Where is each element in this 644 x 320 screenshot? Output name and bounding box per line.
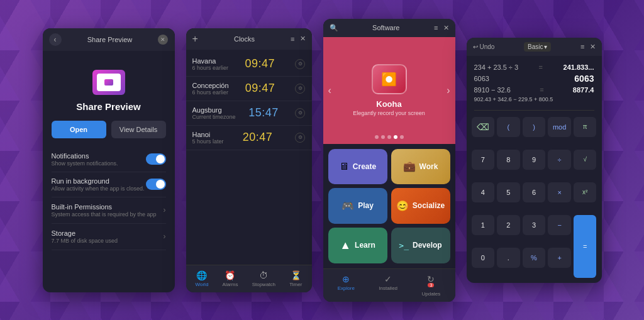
share-title-bar: ‹ Share Preview ✕ (43, 28, 175, 51)
carousel-dots (375, 135, 404, 139)
havana-settings-icon[interactable]: ⚙ (295, 59, 305, 69)
nav-alarms[interactable]: ⏰ Alarms (223, 270, 238, 287)
key-6[interactable]: 6 (523, 182, 546, 202)
nav-alarms-label: Alarms (223, 282, 238, 287)
key-9[interactable]: 9 (523, 150, 546, 170)
grid-item-work[interactable]: 💼 Work (391, 149, 450, 185)
havana-time: 09:47 (245, 57, 275, 70)
key-sqrt[interactable]: √ (574, 150, 597, 170)
dot-3 (387, 135, 391, 139)
nav-updates-label: Updates (421, 291, 440, 297)
calc-close-button[interactable]: ✕ (590, 43, 596, 51)
nav-explore[interactable]: ⊕ Explore (338, 274, 355, 297)
key-7[interactable]: 7 (472, 150, 495, 170)
nav-stopwatch-label: Stopwatch (252, 282, 275, 287)
nav-timer[interactable]: ⏳ Timer (289, 270, 302, 287)
grid-item-socialize[interactable]: 😊 Socialize (391, 188, 450, 224)
permissions-text: Built-in Permissions System access that … (52, 203, 157, 218)
key-equals[interactable]: = (574, 215, 597, 278)
search-icon[interactable]: 🔍 (330, 24, 338, 32)
key-0[interactable]: 0 (472, 248, 495, 268)
storage-setting[interactable]: Storage 7.7 MB of disk space used › (52, 224, 166, 250)
hanoi-name: Hanoi (192, 131, 224, 138)
view-details-button[interactable]: View Details (111, 121, 166, 138)
key-square[interactable]: x² (574, 182, 597, 202)
key-close-paren[interactable]: ) (523, 117, 546, 137)
key-4[interactable]: 4 (472, 182, 495, 202)
key-divide[interactable]: ÷ (548, 150, 571, 170)
add-clock-button[interactable]: + (192, 33, 198, 45)
carousel-next-button[interactable]: › (447, 85, 450, 96)
key-3[interactable]: 3 (523, 215, 546, 235)
software-menu-button[interactable]: ≡ (434, 24, 438, 32)
share-title: Share Preview (87, 36, 133, 43)
software-title: Software (372, 24, 399, 31)
expr-1-eq: = (539, 63, 543, 71)
key-plus[interactable]: + (548, 248, 571, 268)
back-button[interactable]: ‹ (49, 33, 62, 46)
timer-icon: ⏳ (291, 270, 301, 280)
concepcion-settings-icon[interactable]: ⚙ (295, 84, 305, 94)
clock-item-concepcion: Concepción 6 hours earlier 09:47 ⚙ (186, 77, 312, 101)
calc-keypad: ⌫ ( ) mod π 7 8 9 ÷ √ 4 5 6 × x² 1 2 3 −… (467, 113, 602, 283)
calc-divider (474, 110, 594, 111)
notifications-text: Notifications Show system notifications. (52, 152, 118, 167)
grid-item-play[interactable]: 🎮 Play (328, 188, 387, 224)
augsburg-settings-icon[interactable]: ⚙ (295, 108, 305, 118)
key-backspace[interactable]: ⌫ (472, 117, 495, 137)
run-bg-toggle[interactable] (146, 179, 166, 190)
storage-desc: 7.7 MB of disk space used (52, 238, 118, 244)
grid-item-develop[interactable]: >_ Develop (391, 228, 450, 263)
alarms-icon: ⏰ (225, 270, 235, 280)
key-mod[interactable]: mod (548, 117, 571, 137)
augsburg-offset: Current timezone (192, 114, 236, 120)
notifications-toggle[interactable] (146, 153, 166, 165)
key-pi[interactable]: π (574, 117, 597, 137)
key-decimal[interactable]: . (497, 248, 520, 268)
key-multiply[interactable]: × (548, 182, 571, 202)
dot-2 (381, 135, 385, 139)
grid-item-create[interactable]: 🖥 Create (328, 149, 387, 185)
develop-icon: >_ (399, 241, 409, 250)
create-icon: 🖥 (339, 161, 349, 172)
socialize-icon: 😊 (396, 200, 409, 212)
grid-item-learn[interactable]: ▲ Learn (328, 228, 387, 263)
nav-updates[interactable]: ↻ 3 Updates (421, 274, 440, 297)
key-open-paren[interactable]: ( (497, 117, 520, 137)
key-1[interactable]: 1 (472, 215, 495, 235)
key-8[interactable]: 8 (497, 150, 520, 170)
nav-installed[interactable]: ✓ Installed (379, 274, 397, 297)
nav-world-label: World (196, 282, 209, 287)
software-title-bar: 🔍 Software ≡ ✕ (323, 19, 455, 37)
close-button[interactable]: ✕ (158, 35, 168, 45)
nav-stopwatch[interactable]: ⏱ Stopwatch (252, 270, 275, 287)
storage-label: Storage (52, 229, 118, 237)
panel-clocks: + Clocks ≡ ✕ Havana 6 hours earlier 09:4… (186, 28, 312, 292)
undo-button[interactable]: ↩ Undo (473, 43, 495, 50)
clocks-menu-button[interactable]: ≡ (291, 35, 294, 43)
open-button[interactable]: Open (52, 121, 106, 138)
software-close-button[interactable]: ✕ (443, 24, 449, 32)
key-5[interactable]: 5 (497, 182, 520, 202)
clock-item-augsburg: Augsburg Current timezone 15:47 ⚙ (186, 101, 312, 126)
key-2[interactable]: 2 (497, 215, 520, 235)
permissions-setting[interactable]: Built-in Permissions System access that … (52, 197, 166, 224)
calc-expr-3: 8910 − 32.6 = 8877.4 (474, 85, 594, 95)
installed-icon: ✓ (384, 274, 392, 284)
calc-menu-button[interactable]: ≡ (580, 43, 584, 50)
key-percent[interactable]: % (523, 248, 546, 268)
run-bg-label: Run in background (52, 177, 145, 185)
clocks-close-button[interactable]: ✕ (300, 35, 306, 43)
hanoi-settings-icon[interactable]: ⚙ (295, 133, 305, 143)
action-buttons: Open View Details (43, 121, 175, 147)
nav-world[interactable]: 🌐 World (196, 270, 209, 287)
carousel-prev-button[interactable]: ‹ (328, 85, 331, 96)
app-icon (89, 62, 129, 95)
mode-button[interactable]: Basic ▾ (524, 42, 551, 52)
key-minus[interactable]: − (548, 215, 571, 235)
software-grid: 🖥 Create 💼 Work 🎮 Play 😊 Socialize ▲ Lea… (323, 144, 455, 268)
expr-2-right: 6063 (574, 74, 594, 84)
create-label: Create (353, 162, 376, 171)
updates-badge: 3 (428, 283, 434, 287)
run-bg-text: Run in background Allow activity when th… (52, 177, 145, 192)
